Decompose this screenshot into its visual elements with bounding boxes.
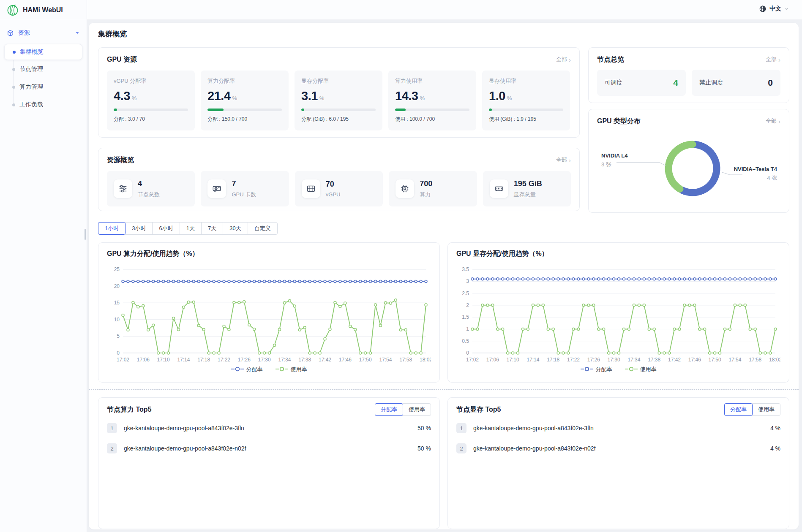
schedulable-count: 4	[673, 78, 678, 88]
svg-text:18:02: 18:02	[420, 357, 431, 363]
sidebar-submenu: 集群概览 节点管理 算力管理 工作负载	[0, 44, 87, 113]
resource-tile-nodes: 4 节点总数	[107, 171, 195, 206]
rank-badge: 1	[107, 423, 117, 433]
svg-text:17:02: 17:02	[117, 357, 129, 363]
memory-top5-toggle: 分配率 使用率	[724, 403, 780, 416]
resource-overview-all-link[interactable]: 全部›	[556, 156, 571, 164]
legend-marker-icon	[581, 366, 593, 373]
svg-text:17:58: 17:58	[399, 357, 412, 363]
progress-bar	[207, 109, 282, 111]
top5-row: 1 gke-kantaloupe-demo-gpu-pool-a843f02e-…	[107, 423, 431, 433]
rank-badge: 1	[456, 423, 466, 433]
resource-tile-memory-total: 195 GiB 显存总量	[483, 171, 571, 206]
progress-bar	[301, 109, 376, 111]
stat-value: 4.3	[114, 89, 130, 103]
svg-text:25: 25	[114, 266, 120, 272]
chevron-right-icon: ›	[569, 157, 571, 163]
svg-text:17:54: 17:54	[379, 357, 392, 363]
toggle-usage-rate[interactable]: 使用率	[403, 403, 431, 416]
svg-text:0: 0	[117, 350, 120, 356]
memory-trend-chart: 00.511.522.533.517:0217:0617:1017:1417:1…	[456, 263, 780, 365]
svg-text:1: 1	[466, 326, 469, 332]
tab-30d[interactable]: 30天	[223, 222, 248, 235]
node-overview-card: 节点总览 全部› 可调度 4 禁止调度 0	[588, 47, 789, 103]
sidebar-item-compute-management[interactable]: 算力管理	[0, 79, 87, 95]
svg-text:17:58: 17:58	[749, 357, 761, 363]
sidebar-resize-handle[interactable]	[85, 229, 86, 240]
svg-text:17:02: 17:02	[466, 357, 479, 363]
tab-custom[interactable]: 自定义	[248, 222, 278, 235]
svg-text:17:18: 17:18	[197, 357, 210, 363]
stat-detail: 分配 (GiB) : 6.0 / 195	[301, 116, 376, 123]
svg-text:18:02: 18:02	[769, 357, 780, 363]
svg-text:3.5: 3.5	[462, 266, 469, 272]
card-title: 节点算力 Top5	[107, 405, 151, 414]
node-name: gke-kantaloupe-demo-gpu-pool-a843f02e-3f…	[124, 425, 244, 432]
chevron-down-icon	[784, 6, 789, 11]
stat-value: 21.4	[207, 89, 230, 103]
sidebar-group-resources[interactable]: 资源	[0, 24, 87, 41]
node-overview-all-link[interactable]: 全部›	[766, 56, 780, 63]
node-value: 4 %	[770, 425, 780, 432]
resource-label: vGPU	[326, 191, 341, 198]
svg-text:17:22: 17:22	[567, 357, 580, 363]
gpu-card-icon	[207, 179, 226, 198]
legend-usage-rate[interactable]: 使用率	[276, 366, 307, 373]
tab-6h[interactable]: 6小时	[152, 222, 180, 235]
legend-marker-icon	[231, 366, 244, 373]
svg-text:1.5: 1.5	[462, 314, 469, 320]
svg-text:17:18: 17:18	[547, 357, 559, 363]
gpu-type-all-link[interactable]: 全部›	[766, 117, 780, 125]
resource-label: GPU 卡数	[232, 191, 256, 198]
svg-text:17:42: 17:42	[319, 357, 331, 363]
svg-text:17:06: 17:06	[137, 357, 150, 363]
item-dot	[12, 86, 15, 89]
tab-3h[interactable]: 3小时	[125, 222, 153, 235]
page-title: 集群概览	[98, 29, 789, 39]
resource-label: 算力	[420, 191, 432, 198]
gpu-stat-tiles: vGPU 分配率 4.3% 分配 : 3.0 / 70 算力分配率 21.4% …	[107, 71, 571, 130]
svg-text:15: 15	[114, 300, 120, 306]
sidebar-nav: 资源 集群概览 节点管理 算力管理 工作负载	[0, 24, 87, 113]
toggle-alloc-rate[interactable]: 分配率	[375, 403, 403, 416]
sidebar-item-label: 集群概览	[20, 48, 44, 56]
sidebar-group-label: 资源	[18, 29, 30, 37]
svg-text:17:46: 17:46	[688, 357, 701, 363]
svg-text:17:30: 17:30	[258, 357, 271, 363]
sidebar-item-node-management[interactable]: 节点管理	[0, 61, 87, 78]
svg-text:17:30: 17:30	[608, 357, 620, 363]
legend-alloc-rate[interactable]: 分配率	[581, 366, 612, 373]
topbar: 中文	[0, 0, 802, 19]
tab-1h[interactable]: 1小时	[98, 222, 125, 235]
svg-text:17:22: 17:22	[218, 357, 230, 363]
app-logo-icon	[7, 4, 19, 16]
toggle-alloc-rate[interactable]: 分配率	[724, 403, 753, 416]
sidebar-item-cluster-overview[interactable]: 集群概览	[4, 44, 82, 60]
svg-text:17:10: 17:10	[507, 357, 519, 363]
stat-detail: 使用 (GiB) : 1.9 / 195	[489, 116, 563, 123]
legend-usage-rate[interactable]: 使用率	[625, 366, 657, 373]
svg-text:17:10: 17:10	[157, 357, 170, 363]
card-title: GPU 资源	[107, 55, 137, 64]
top5-row: 2 gke-kantaloupe-demo-gpu-pool-a843f02e-…	[456, 443, 780, 453]
toggle-usage-rate[interactable]: 使用率	[752, 403, 780, 416]
legend-alloc-rate[interactable]: 分配率	[231, 366, 263, 373]
sidebar-item-workloads[interactable]: 工作负载	[0, 96, 87, 113]
compute-trend-chart: 051015202517:0217:0617:1017:1417:1817:22…	[107, 263, 431, 365]
globe-icon	[759, 5, 767, 13]
sidebar-item-label: 节点管理	[19, 65, 43, 73]
svg-text:3: 3	[466, 278, 469, 284]
language-selector[interactable]: 中文	[759, 5, 789, 13]
svg-text:5: 5	[117, 333, 120, 339]
card-title: 资源概览	[107, 156, 134, 165]
gpu-resources-all-link[interactable]: 全部›	[556, 56, 571, 63]
cube-icon	[7, 30, 14, 37]
node-memory-top5-card: 节点显存 Top5 分配率 使用率 1 gke-kantaloupe-demo-…	[447, 397, 789, 529]
node-value: 4 %	[770, 445, 780, 452]
brand: HAMi WebUI	[0, 0, 87, 20]
stat-value: 14.3	[395, 89, 418, 103]
tab-1d[interactable]: 1天	[180, 222, 202, 235]
svg-text:2.5: 2.5	[462, 290, 469, 296]
tab-7d[interactable]: 7天	[201, 222, 223, 235]
svg-text:0.5: 0.5	[462, 338, 469, 344]
